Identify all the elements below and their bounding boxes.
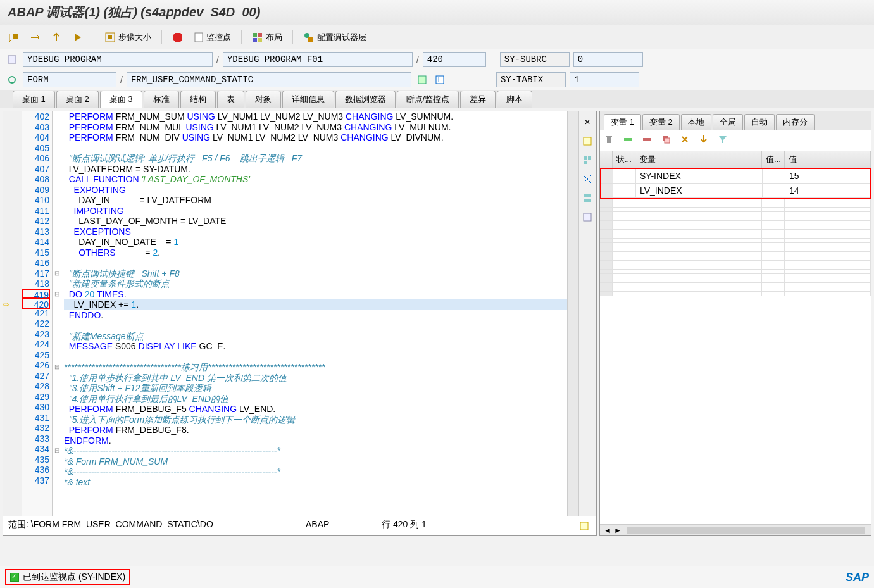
close-pane-icon[interactable]: ✕: [580, 115, 594, 129]
main-toolbar: 步骤大小 监控点 布局 配置调试器层: [0, 25, 874, 49]
svg-rect-23: [624, 138, 632, 141]
svg-rect-3: [195, 33, 203, 42]
tree-icon[interactable]: [580, 153, 594, 167]
tab-2[interactable]: 桌面 3: [100, 91, 142, 108]
svg-rect-20: [584, 199, 591, 202]
side-toolbar: ✕: [578, 111, 596, 516]
tab-11[interactable]: 脚本: [497, 91, 532, 108]
var-tab-3[interactable]: 全局: [713, 114, 743, 130]
export-icon[interactable]: [699, 134, 711, 147]
col-value[interactable]: 值: [785, 151, 871, 168]
svg-rect-5: [258, 33, 262, 37]
include-field[interactable]: YDEBUG_PROGRAM_F01: [223, 52, 413, 67]
copy-icon[interactable]: [661, 134, 673, 147]
filter-icon[interactable]: [718, 134, 730, 147]
nav-icon[interactable]: [415, 73, 429, 87]
sy-subrc-value[interactable]: 0: [573, 52, 643, 67]
step-over-icon[interactable]: [27, 30, 43, 44]
svg-text:i: i: [438, 77, 439, 84]
col-status[interactable]: 状...: [613, 151, 635, 168]
form-name-field[interactable]: FRM_USER_COMMAND_STATIC: [127, 72, 411, 87]
sy-tabix-value[interactable]: 1: [570, 72, 639, 87]
tools-icon[interactable]: [680, 134, 692, 147]
tab-4[interactable]: 结构: [180, 91, 216, 108]
step-out-icon[interactable]: [48, 30, 65, 44]
tab-6[interactable]: 对象: [246, 91, 281, 108]
step-size-label: 步骤大小: [118, 32, 151, 43]
step-size-button[interactable]: 步骤大小: [102, 30, 154, 44]
var-table: 状... 变量 值... 值 SY-INDEX15LV_INDEX14: [600, 151, 871, 524]
tab-0[interactable]: 桌面 1: [13, 91, 55, 108]
svg-rect-24: [643, 138, 651, 141]
code-scrollbar[interactable]: [567, 111, 578, 516]
svg-rect-22: [580, 522, 588, 530]
svg-rect-0: [13, 34, 18, 39]
split-icon[interactable]: [580, 191, 594, 205]
script-icon[interactable]: [580, 210, 594, 224]
delete-icon[interactable]: [604, 134, 616, 147]
col-valshort[interactable]: 值...: [762, 151, 785, 168]
slash: /: [416, 54, 419, 65]
sap-logo: SAP: [846, 571, 869, 584]
step-into-icon[interactable]: [5, 30, 22, 44]
continue-icon[interactable]: [70, 30, 86, 44]
code-pane: ⇨ 40240340440540640740840941041141241341…: [3, 111, 597, 536]
tab-9[interactable]: 断点/监控点: [397, 91, 459, 108]
remove-row-icon[interactable]: [642, 134, 654, 147]
svg-point-11: [9, 77, 15, 83]
svg-marker-2: [173, 33, 182, 42]
tab-10[interactable]: 差异: [460, 91, 496, 108]
code-content[interactable]: PERFORM FRM_NUM_SUM USING LV_NUM1 LV_NUM…: [61, 111, 567, 516]
line-field[interactable]: 420: [423, 52, 486, 67]
var-row[interactable]: LV_INDEX14: [601, 184, 870, 198]
svg-rect-12: [418, 76, 426, 84]
config-layer-button[interactable]: 配置调试器层: [301, 30, 369, 44]
variables-pane: 变量 1变量 2本地全局自动内存分 状... 变量 值... 值 SY-INDE…: [599, 111, 871, 536]
window-title: ABAP 调试器(1) (独占) (s4appdev_S4D_00): [0, 0, 874, 25]
var-tab-2[interactable]: 本地: [681, 114, 711, 130]
tab-7[interactable]: 详细信息: [282, 91, 334, 108]
main-tabstrip: 桌面 1桌面 2桌面 3标准结构表对象详细信息数据浏览器断点/监控点差异脚本: [0, 90, 874, 108]
form-label-field[interactable]: FORM: [23, 72, 116, 87]
svg-rect-16: [584, 156, 587, 160]
layout-button[interactable]: 布局: [249, 30, 285, 44]
lang-label: ABAP: [306, 519, 369, 533]
var-toolbar: [600, 130, 871, 151]
program-icon[interactable]: [5, 53, 19, 66]
col-name[interactable]: 变量: [635, 151, 762, 168]
program-info-row-1: YDEBUG_PROGRAM / YDEBUG_PROGRAM_F01 / 42…: [0, 49, 874, 70]
program-field[interactable]: YDEBUG_PROGRAM: [23, 52, 213, 67]
svg-rect-18: [584, 161, 587, 164]
gear-icon[interactable]: [5, 73, 19, 87]
svg-rect-10: [8, 56, 16, 63]
svg-rect-13: [436, 76, 444, 84]
svg-rect-15: [584, 137, 591, 145]
var-tab-5[interactable]: 内存分: [776, 114, 815, 130]
var-tab-4[interactable]: 自动: [744, 114, 775, 130]
slash: /: [216, 54, 219, 65]
gutter: ⇨: [3, 111, 22, 516]
info-icon[interactable]: i: [433, 73, 447, 87]
new-icon[interactable]: [580, 134, 594, 148]
tab-1[interactable]: 桌面 2: [56, 91, 99, 108]
var-row[interactable]: SY-INDEX15: [601, 169, 870, 184]
svg-rect-26: [665, 138, 670, 143]
svg-rect-4: [253, 33, 257, 37]
config-layer-label: 配置调试器层: [317, 32, 366, 43]
add-row-icon[interactable]: [623, 134, 635, 147]
edit-icon[interactable]: [577, 519, 591, 533]
var-tab-0[interactable]: 变量 1: [604, 114, 641, 130]
status-text: 已到达监视点 (SY-INDEX): [23, 572, 125, 583]
watchpoint-button[interactable]: 监控点: [191, 30, 234, 44]
tab-5[interactable]: 表: [217, 91, 244, 108]
check-icon: [10, 573, 19, 582]
var-hscroll[interactable]: ◄►: [600, 524, 871, 535]
sy-subrc-label: SY-SUBRC: [500, 52, 570, 67]
program-info-row-2: FORM / FRM_USER_COMMAND_STATIC i SY-TABI…: [0, 70, 874, 90]
slash: /: [120, 75, 123, 85]
tab-8[interactable]: 数据浏览器: [335, 91, 396, 108]
stop-icon[interactable]: [170, 30, 186, 44]
expand-icon[interactable]: [580, 172, 594, 186]
var-tab-1[interactable]: 变量 2: [642, 114, 680, 130]
tab-3[interactable]: 标准: [144, 91, 179, 108]
